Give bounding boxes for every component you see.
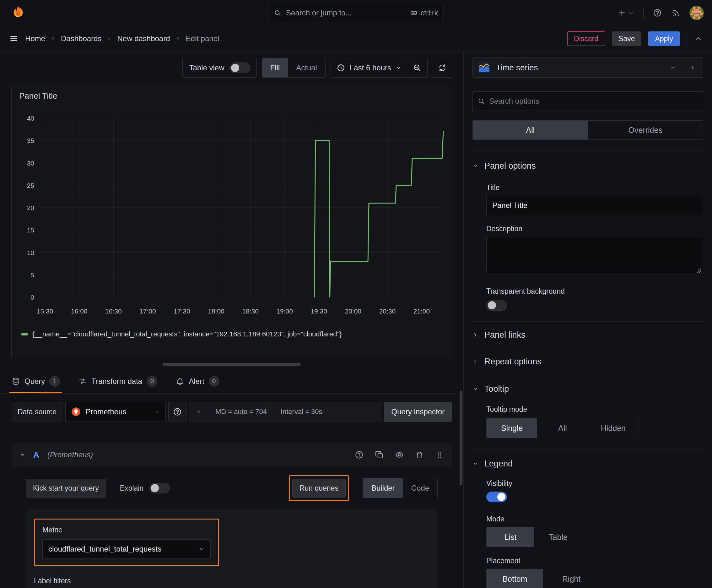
kickstart-query-button[interactable]: Kick start your query: [26, 479, 106, 498]
menu-toggle-button[interactable]: [9, 34, 18, 43]
chevron-down-icon: [395, 65, 401, 71]
tooltip-single-option[interactable]: Single: [487, 418, 537, 438]
tab-all[interactable]: All: [473, 121, 588, 140]
panel-links-title: Panel links: [484, 330, 525, 340]
vis-suggestions-button[interactable]: [682, 58, 703, 77]
options-scope-tabs: All Overrides: [473, 120, 703, 140]
chevron-right-icon: [50, 36, 56, 41]
table-view-control: Table view: [182, 58, 257, 78]
time-range-picker[interactable]: Last 6 hours: [331, 58, 407, 77]
discard-button[interactable]: Discard: [567, 31, 605, 46]
chevron-down-icon: [19, 452, 25, 458]
textarea-resize-handle[interactable]: [696, 268, 701, 273]
query-inspector-button[interactable]: Query inspector: [384, 402, 452, 422]
tooltip-all-option[interactable]: All: [537, 418, 588, 438]
tab-alert[interactable]: Alert 0: [175, 369, 219, 393]
query-builder-panel: Metric cloudflared_tunnel_total_requests…: [26, 509, 438, 588]
grafana-app: Search or jump to... ctrl+k: [0, 0, 712, 588]
collapse-header-button[interactable]: [694, 34, 703, 43]
query-row-header[interactable]: A (Prometheus): [11, 443, 452, 467]
tab-transform-data[interactable]: Transform data 0: [78, 369, 157, 393]
legend-item[interactable]: {__name__="cloudflared_tunnel_total_requ…: [19, 326, 444, 342]
refresh-icon: [438, 63, 447, 72]
description-textarea[interactable]: [486, 237, 703, 274]
svg-text:10: 10: [27, 249, 34, 256]
query-options-summary[interactable]: MD = auto = 704 Interval = 30s: [189, 402, 382, 422]
explain-label: Explain: [120, 484, 144, 492]
datasource-label: Data source: [11, 402, 63, 422]
datasource-name: Prometheus: [86, 407, 126, 416]
save-button[interactable]: Save: [612, 31, 641, 46]
options-search[interactable]: [473, 91, 703, 111]
svg-text:35: 35: [27, 137, 34, 144]
tooltip-hidden-option[interactable]: Hidden: [588, 418, 639, 438]
legend-mode-list[interactable]: List: [487, 527, 534, 547]
pane-resize-handle[interactable]: [163, 363, 301, 366]
tooltip-header[interactable]: Tooltip: [473, 382, 703, 396]
breadcrumb-home[interactable]: Home: [25, 34, 45, 43]
fill-option[interactable]: Fill: [262, 58, 288, 77]
datasource-picker[interactable]: Prometheus: [65, 402, 166, 422]
actual-option[interactable]: Actual: [288, 58, 325, 77]
help-icon: [653, 8, 662, 17]
legend-visibility-toggle[interactable]: [486, 491, 507, 502]
legend-title: Legend: [484, 459, 513, 469]
legend-placement-bottom[interactable]: Bottom: [487, 569, 543, 588]
repeat-options-section[interactable]: Repeat options: [473, 348, 703, 375]
legend-header[interactable]: Legend: [473, 457, 703, 470]
user-avatar[interactable]: [689, 6, 704, 20]
tab-query[interactable]: Query 1: [11, 369, 60, 393]
time-series-chart[interactable]: 051015202530354015:3016:0016:3017:0017:3…: [19, 106, 444, 326]
top-nav-actions: [618, 6, 704, 20]
run-queries-button[interactable]: Run queries: [292, 479, 346, 498]
builder-option[interactable]: Builder: [363, 478, 403, 498]
eye-icon[interactable]: [395, 450, 404, 459]
metric-select[interactable]: cloudflared_tunnel_total_requests: [42, 539, 211, 559]
main-scrollbar[interactable]: [459, 391, 462, 485]
chevron-down-icon: [628, 10, 634, 16]
plot-area[interactable]: 051015202530354015:3016:0016:3017:0017:3…: [19, 106, 445, 326]
code-option[interactable]: Code: [403, 478, 437, 498]
search-bar[interactable]: Search or jump to... ctrl+k: [268, 4, 444, 22]
description-label: Description: [486, 225, 703, 233]
svg-text:15:30: 15:30: [37, 308, 53, 315]
rss-icon: [671, 8, 680, 17]
tooltip-title: Tooltip: [484, 384, 509, 394]
explain-toggle[interactable]: [149, 483, 170, 493]
metric-label: Metric: [42, 526, 211, 534]
help-icon[interactable]: [355, 450, 364, 459]
panel-options-header[interactable]: Panel options: [473, 159, 703, 173]
svg-text:18:30: 18:30: [242, 308, 259, 315]
visibility-label: Visibility: [486, 479, 703, 488]
visualization-picker[interactable]: Time series: [473, 58, 703, 78]
grafana-logo[interactable]: [11, 5, 26, 20]
legend-mode-table[interactable]: Table: [534, 527, 582, 547]
svg-text:19:00: 19:00: [276, 308, 293, 315]
add-new-button[interactable]: [618, 8, 634, 17]
drag-grip-icon[interactable]: [435, 450, 444, 459]
legend-placement-right[interactable]: Right: [543, 569, 600, 588]
tab-overrides[interactable]: Overrides: [588, 121, 703, 140]
fill-actual-segmented: Fill Actual: [262, 58, 326, 78]
zoom-out-button[interactable]: [407, 58, 427, 77]
breadcrumb-new-dashboard[interactable]: New dashboard: [117, 34, 170, 43]
search-shortcut: ctrl+k: [410, 9, 438, 17]
transparent-background-toggle[interactable]: [486, 300, 507, 311]
breadcrumb-edit-panel: Edit panel: [186, 34, 219, 43]
panel-title: Panel Title: [19, 91, 444, 106]
options-search-input[interactable]: [489, 97, 698, 106]
trash-icon[interactable]: [415, 450, 424, 459]
table-view-toggle[interactable]: [230, 63, 250, 73]
breadcrumb-dashboards[interactable]: Dashboards: [61, 34, 102, 43]
news-button[interactable]: [671, 8, 680, 17]
section-divider: [473, 150, 703, 151]
panel-title-input[interactable]: [486, 196, 703, 215]
refresh-button[interactable]: [433, 58, 452, 78]
tab-alert-label: Alert: [189, 377, 204, 386]
breadcrumb: Home Dashboards New dashboard Edit panel: [25, 34, 219, 43]
help-button[interactable]: [653, 8, 662, 17]
panel-links-section[interactable]: Panel links: [473, 322, 703, 348]
duplicate-icon[interactable]: [375, 450, 384, 459]
datasource-help-button[interactable]: [168, 402, 187, 422]
apply-button[interactable]: Apply: [648, 31, 679, 46]
